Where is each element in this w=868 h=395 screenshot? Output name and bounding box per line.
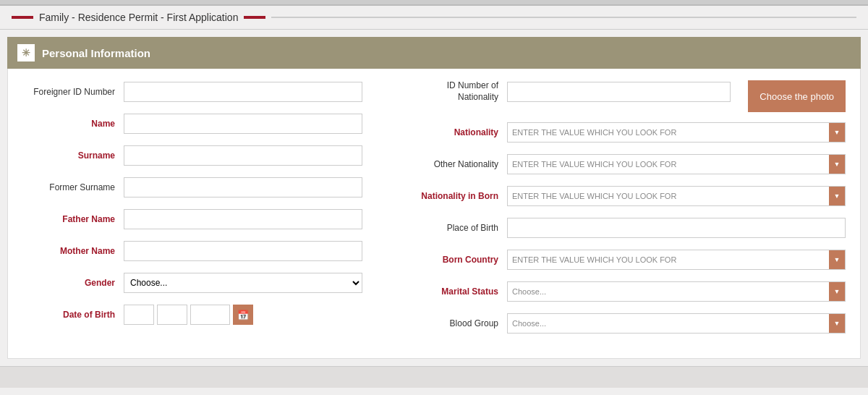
other-nationality-row: Other Nationality ENTER THE VALUE WHICH … [399,153,846,176]
marital-status-dropdown[interactable]: Choose... [507,281,846,302]
dob-day-input[interactable] [124,305,154,325]
gender-select[interactable]: Choose... Male Female [124,273,362,293]
other-nationality-dropdown-arrow [829,155,845,174]
blood-group-row: Blood Group Choose... [399,312,846,335]
id-nationality-input[interactable] [507,82,731,102]
top-bar [0,0,868,6]
dob-year-input[interactable] [190,305,230,325]
nationality-dropdown[interactable]: ENTER THE VALUE WHICH YOU LOOK FOR [507,122,846,143]
blood-group-value: Choose... [508,319,829,328]
former-surname-row: Former Surname [22,176,362,199]
father-name-input[interactable] [124,209,362,229]
nationality-born-dropdown-arrow [829,187,845,205]
title-bar-line-left [12,16,33,19]
dob-row: Date of Birth 📅 [22,303,362,326]
marital-status-value: Choose... [508,287,829,296]
place-of-birth-input[interactable] [507,218,846,238]
title-bar-spacer [271,17,856,18]
id-nationality-group: ID Number of Nationality [399,80,731,103]
nationality-row: Nationality ENTER THE VALUE WHICH YOU LO… [399,121,846,144]
name-input[interactable] [124,114,362,134]
born-country-value: ENTER THE VALUE WHICH YOU LOOK FOR [508,255,829,264]
nationality-born-value: ENTER THE VALUE WHICH YOU LOOK FOR [508,192,829,200]
form-left-column: Foreigner ID Number Name Surname Former … [22,80,384,344]
surname-label: Surname [22,150,124,161]
mother-name-row: Mother Name [22,239,362,263]
blood-group-dropdown-arrow [829,314,845,333]
nationality-label: Nationality [399,127,507,137]
former-surname-input[interactable] [124,177,362,198]
born-country-label: Born Country [399,255,507,265]
form-area: Foreigner ID Number Name Surname Former … [7,69,861,359]
marital-status-row: Marital Status Choose... [399,280,846,303]
page-title: Family - Residence Permit - First Applic… [39,12,238,23]
section-header: ✳ Personal Information [7,37,861,69]
nationality-dropdown-arrow [829,123,845,142]
born-country-dropdown-arrow [829,250,845,269]
blood-group-label: Blood Group [399,318,507,328]
blood-group-dropdown[interactable]: Choose... [507,313,846,334]
foreigner-id-label: Foreigner ID Number [22,87,124,97]
mother-name-input[interactable] [124,241,362,261]
page-wrapper: Family - Residence Permit - First Applic… [0,0,868,395]
surname-row: Surname [22,144,362,167]
name-label: Name [22,119,124,129]
father-name-label: Father Name [22,214,124,224]
born-country-dropdown[interactable]: ENTER THE VALUE WHICH YOU LOOK FOR [507,250,846,270]
id-nationality-row: ID Number of Nationality Choose the phot… [399,80,846,112]
foreigner-id-input[interactable] [124,82,362,102]
nationality-born-row: Nationality in Born ENTER THE VALUE WHIC… [399,184,846,208]
born-country-row: Born Country ENTER THE VALUE WHICH YOU L… [399,248,846,271]
title-bar: Family - Residence Permit - First Applic… [0,6,868,30]
form-columns: Foreigner ID Number Name Surname Former … [22,80,846,344]
other-nationality-label: Other Nationality [399,159,507,169]
section-title: Personal Information [42,47,150,59]
other-nationality-dropdown[interactable]: ENTER THE VALUE WHICH YOU LOOK FOR [507,154,846,174]
gender-row: Gender Choose... Male Female [22,271,362,294]
name-row: Name [22,112,362,135]
foreigner-id-row: Foreigner ID Number [22,80,362,103]
nationality-born-label: Nationality in Born [399,191,507,201]
id-nationality-label: ID Number of Nationality [399,80,507,103]
father-name-row: Father Name [22,208,362,231]
other-nationality-value: ENTER THE VALUE WHICH YOU LOOK FOR [508,160,829,169]
choose-photo-button[interactable]: Choose the photo [748,80,846,112]
nationality-born-dropdown[interactable]: ENTER THE VALUE WHICH YOU LOOK FOR [507,186,846,206]
section-icon: ✳ [17,44,35,61]
dob-label: Date of Birth [22,310,124,320]
place-of-birth-row: Place of Birth [399,216,846,239]
gender-label: Gender [22,278,124,288]
nationality-value: ENTER THE VALUE WHICH YOU LOOK FOR [508,128,829,137]
former-surname-label: Former Surname [22,182,124,192]
title-bar-line-right [244,16,265,19]
marital-status-dropdown-arrow [829,282,845,301]
surname-input[interactable] [124,145,362,166]
dob-month-input[interactable] [157,305,187,325]
marital-status-label: Marital Status [399,286,507,297]
bottom-bar [0,366,868,388]
mother-name-label: Mother Name [22,246,124,256]
place-of-birth-label: Place of Birth [399,223,507,233]
dob-container: 📅 [124,305,253,325]
dob-calendar-button[interactable]: 📅 [233,305,253,325]
form-right-column: ID Number of Nationality Choose the phot… [384,80,846,344]
